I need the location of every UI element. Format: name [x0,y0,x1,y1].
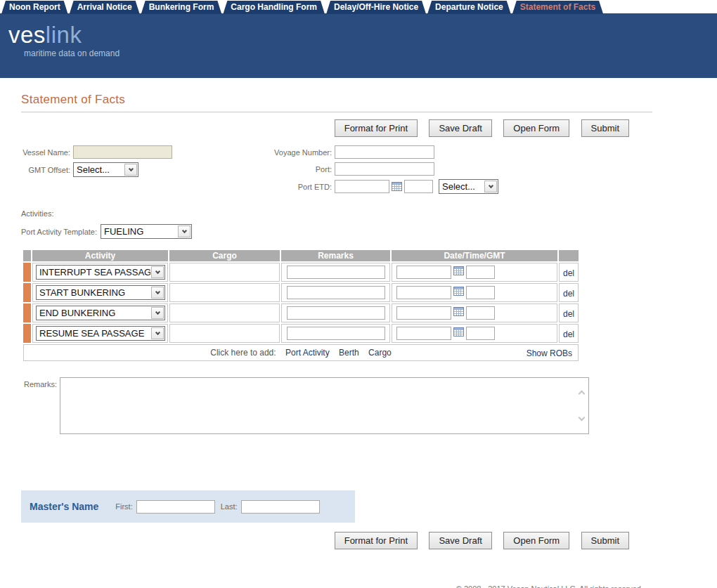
veslink-logo: veslink [8,23,717,47]
chevron-down-icon [178,226,190,237]
scrollbar[interactable] [576,378,586,433]
calendar-icon[interactable] [453,287,464,296]
row-color-bar [23,303,31,322]
save-draft-button[interactable]: Save Draft [429,532,491,549]
row-date-input[interactable] [396,286,451,299]
format-for-print-button[interactable]: Format for Print [335,532,418,549]
row-date-input[interactable] [396,266,451,279]
color-bar-header [23,250,31,261]
last-name-label: Last: [221,502,241,511]
cargo-cell [169,303,280,322]
row-time-input[interactable] [466,306,495,320]
save-draft-button[interactable]: Save Draft [429,119,491,137]
table-footer-row: Click here to add: Port Activity Berth C… [23,344,579,361]
activity-select[interactable]: START BUNKERING [36,285,165,300]
row-time-input[interactable] [466,286,495,299]
table-header-row: Activity Cargo Remarks Date/Time/GMT [23,250,579,261]
voyage-number-field[interactable] [335,145,434,159]
row-remarks-input[interactable] [287,266,385,279]
bottom-button-row: Format for Print Save Draft Open Form Su… [21,532,652,549]
submit-button[interactable]: Submit [581,119,629,137]
submit-button[interactable]: Submit [581,532,629,549]
add-berth-link[interactable]: Berth [339,348,359,358]
row-color-bar [23,263,31,282]
format-for-print-button[interactable]: Format for Print [335,119,418,137]
remarks-textarea-wrap [60,377,589,434]
activity-row: END BUNKERING del [23,303,579,322]
first-name-label: First: [115,502,136,511]
logo-tagline: maritime data on demand [24,48,717,58]
port-field[interactable] [335,162,434,176]
activity-row: RESUME SEA PASSAGE del [23,324,579,343]
activity-select[interactable]: INTERRUPT SEA PASSAGE [36,265,165,280]
row-remarks-input[interactable] [287,327,385,340]
show-robs-link[interactable]: Show ROBs [527,348,572,358]
voyage-number-label: Voyage Number: [267,148,335,157]
row-date-input[interactable] [396,306,451,320]
open-form-button[interactable]: Open Form [503,532,569,549]
tab-bunkering-form[interactable]: Bunkering Form [141,1,222,14]
copyright-text: © 2008 - 2017 Veson Nautical LLC. All ri… [21,584,652,588]
vessel-name-field[interactable] [73,145,172,159]
activity-select[interactable]: END BUNKERING [36,306,165,320]
remarks-textarea[interactable] [60,378,588,433]
row-time-input[interactable] [466,266,495,279]
row-remarks-input[interactable] [287,306,385,320]
click-here-to-add-label: Click here to add: [210,348,276,358]
chevron-down-icon [151,287,164,299]
activity-row: START BUNKERING del [23,283,579,302]
scroll-down-icon[interactable] [578,414,585,421]
tab-delay-offhire-notice[interactable]: Delay/Off-Hire Notice [326,1,426,14]
calendar-icon[interactable] [453,327,464,337]
tab-arrival-notice[interactable]: Arrival Notice [70,1,140,14]
vessel-name-label: Vessel Name: [21,148,73,157]
first-name-field[interactable] [136,500,215,514]
calendar-icon[interactable] [453,266,464,275]
logo-part-link: link [46,22,82,48]
port-etd-label: Port ETD: [267,183,335,191]
top-tab-bar: Noon ReportArrival NoticeBunkering FormC… [0,0,717,13]
chevron-down-icon [484,181,497,192]
activity-row: INTERRUPT SEA PASSAGE del [23,263,579,282]
add-cargo-link[interactable]: Cargo [368,348,392,358]
add-port-activity-link[interactable]: Port Activity [285,348,330,358]
datetime-column-header: Date/Time/GMT [392,250,557,261]
row-date-input[interactable] [396,327,451,340]
tab-noon-report[interactable]: Noon Report [1,1,68,14]
port-etd-time-field[interactable] [404,180,433,193]
calendar-icon[interactable] [453,307,464,316]
gmt-offset-label: GMT Offset: [21,166,73,174]
port-label: Port: [267,165,335,174]
chevron-down-icon [151,307,164,319]
port-activity-template-select[interactable]: FUELING [101,224,192,239]
cargo-cell [169,263,280,282]
port-etd-timezone-select[interactable]: Select... [439,179,498,194]
calendar-icon[interactable] [392,182,402,191]
delete-row-link[interactable]: del [563,268,574,278]
chevron-down-icon [151,266,164,278]
top-button-row: Format for Print Save Draft Open Form Su… [21,119,652,137]
delete-row-link[interactable]: del [563,329,574,339]
header-band: veslink maritime data on demand [0,13,717,78]
row-remarks-input[interactable] [287,286,385,299]
chevron-down-icon [124,164,137,176]
scroll-up-icon[interactable] [578,391,585,398]
open-form-button[interactable]: Open Form [503,119,569,137]
tab-departure-notice[interactable]: Departure Notice [427,1,511,14]
activity-select[interactable]: RESUME SEA PASSAGE [36,326,165,341]
delete-row-link[interactable]: del [563,309,574,319]
gmt-offset-select[interactable]: Select... [73,162,138,177]
cargo-column-header: Cargo [169,250,280,261]
last-name-field[interactable] [241,500,320,514]
remarks-column-header: Remarks [281,250,390,261]
tab-statement-of-facts[interactable]: Statement of Facts [512,1,603,14]
activity-column-header: Activity [32,250,168,261]
cargo-cell [169,324,280,343]
activities-label: Activities: [21,209,652,218]
port-etd-date-field[interactable] [335,180,389,193]
page-title: Statement of Facts [21,93,652,107]
delete-row-link[interactable]: del [563,289,574,299]
row-time-input[interactable] [466,327,495,340]
masters-name-title: Master's Name [30,501,98,512]
tab-cargo-handling-form[interactable]: Cargo Handling Form [223,1,325,14]
